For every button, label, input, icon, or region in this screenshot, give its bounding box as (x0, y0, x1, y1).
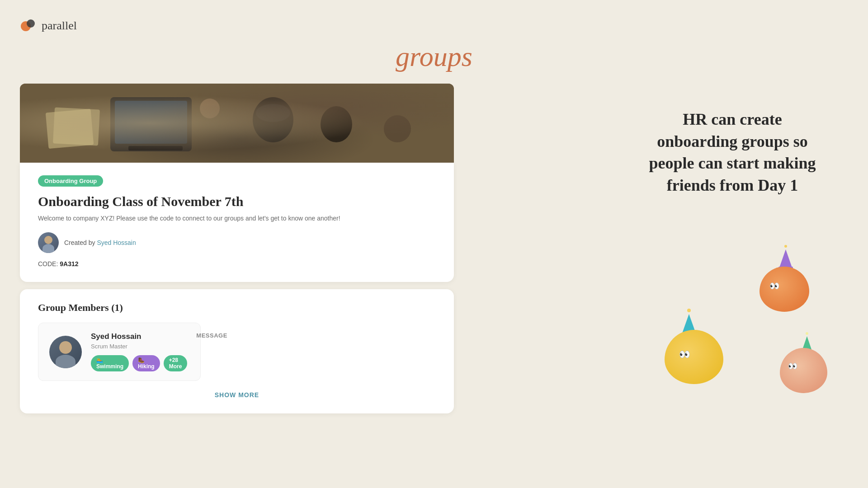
svg-rect-9 (46, 109, 94, 149)
onboarding-badge: Onboarding Group (38, 175, 103, 187)
creator-avatar (38, 232, 59, 253)
svg-rect-2 (20, 84, 454, 163)
tag-swimming[interactable]: 🏊 Swimming (91, 355, 129, 371)
members-title: Group Members (1) (38, 302, 436, 314)
blobs-area (642, 262, 841, 398)
svg-point-6 (253, 97, 293, 142)
logo-icon (20, 17, 37, 34)
member-tags: 🏊 Swimming 🥾 Hiking +28 More (91, 355, 187, 371)
creator-name[interactable]: Syed Hossain (97, 239, 136, 246)
creator-row: Created by Syed Hossain (38, 232, 436, 253)
member-name: Syed Hossain (91, 332, 187, 341)
svg-rect-5 (128, 146, 183, 150)
show-more-row: SHOW MORE (38, 391, 436, 399)
group-description: Welcome to company XYZ! Please use the c… (38, 214, 436, 223)
member-avatar (49, 336, 82, 368)
svg-point-12 (384, 115, 411, 142)
tagline-line1: HR can create (683, 110, 782, 128)
svg-point-7 (256, 104, 290, 122)
code-value: 9A312 (60, 260, 78, 267)
member-role: Scrum Master (91, 343, 187, 350)
message-button[interactable]: MESSAGE (196, 332, 227, 339)
svg-rect-4 (115, 101, 187, 144)
logo: parallel (20, 17, 77, 34)
logo-text: parallel (42, 19, 77, 33)
svg-point-11 (200, 99, 220, 118)
group-code: CODE: 9A312 (38, 260, 436, 267)
svg-point-1 (27, 19, 35, 28)
member-info: Syed Hossain Scrum Master 🏊 Swimming 🥾 H… (91, 332, 187, 371)
show-more-button[interactable]: SHOW MORE (215, 391, 259, 399)
svg-rect-10 (53, 107, 100, 145)
main-content: Onboarding Group Onboarding Class of Nov… (20, 84, 454, 413)
svg-rect-3 (110, 97, 192, 151)
tag-more[interactable]: +28 More (164, 355, 188, 371)
tagline-line4: friends from Day 1 (667, 176, 798, 194)
creator-text: Created by Syed Hossain (64, 239, 136, 246)
hero-image (20, 84, 454, 163)
svg-point-8 (321, 106, 352, 142)
tagline-line3: people can start making (649, 154, 816, 172)
members-card: Group Members (1) Syed Hossain Scrum Mas… (20, 289, 454, 413)
group-card: Onboarding Group Onboarding Class of Nov… (20, 163, 454, 282)
code-label: CODE: (38, 260, 58, 267)
created-by-label: Created by (64, 239, 95, 246)
page-title: groups (396, 41, 472, 73)
blob-pink (780, 348, 827, 393)
blob-orange (760, 267, 809, 312)
hat-orange (779, 249, 792, 267)
right-panel: HR can create onboarding groups so peopl… (633, 108, 832, 223)
group-title: Onboarding Class of November 7th (38, 194, 436, 209)
tag-hiking[interactable]: 🥾 Hiking (132, 355, 160, 371)
tagline-line2: onboarding groups so (657, 132, 807, 150)
member-item: Syed Hossain Scrum Master 🏊 Swimming 🥾 H… (38, 323, 201, 381)
tagline: HR can create onboarding groups so peopl… (633, 108, 832, 196)
blob-yellow (665, 330, 723, 384)
